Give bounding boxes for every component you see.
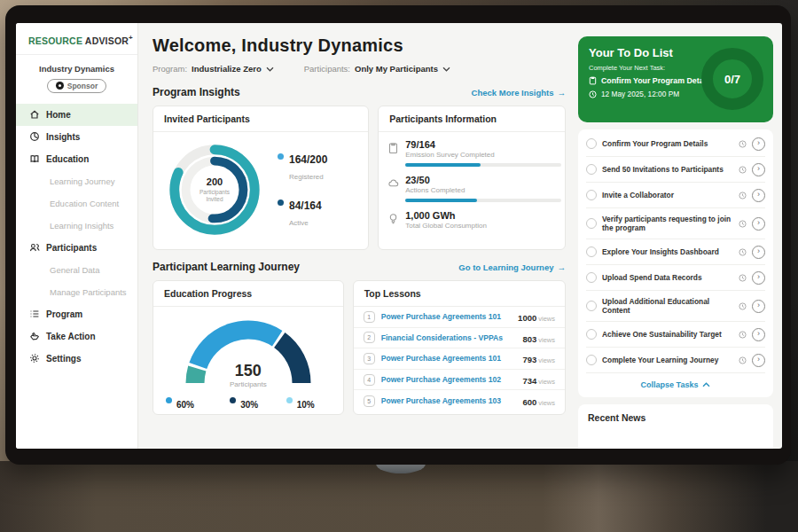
legend-registered: 164/200 Registered <box>278 151 327 183</box>
lesson-link[interactable]: Power Purchase Agreements 101 <box>381 312 512 321</box>
hand-action-icon <box>29 331 40 341</box>
lesson-row-1[interactable]: 1 Power Purchase Agreements 101 1000view… <box>354 307 565 328</box>
task-checkbox[interactable] <box>586 218 597 229</box>
check-more-insights-link[interactable]: Check More Insights → <box>472 88 566 98</box>
lesson-row-3[interactable]: 3 Power Purchase Agreements 101 793views <box>354 348 565 370</box>
sidebar-item-participants[interactable]: Participants <box>16 237 137 259</box>
task-upload-spend-data[interactable]: Upload Spend Data Records › <box>586 265 765 291</box>
task-checkbox[interactable] <box>586 164 597 175</box>
cloud-icon <box>387 177 399 189</box>
task-checkbox[interactable] <box>586 329 597 340</box>
sidebar-item-manage-participants[interactable]: Manage Participants <box>16 281 137 303</box>
actions-completed-stat: 23/50 Actions Completed <box>387 175 554 202</box>
lesson-row-4[interactable]: 4 Power Purchase Agreements 102 734views <box>354 370 565 391</box>
arrow-right-icon: → <box>558 88 567 98</box>
todo-panel: Your To Do List Complete Your Next Task:… <box>576 23 782 449</box>
education-card-title: Education Progress <box>153 281 343 307</box>
main-content: Welcome, Industry Dynamics Program: Indu… <box>138 23 576 449</box>
task-invite-collaborator[interactable]: Invite a Collaborator › <box>586 183 765 208</box>
logo-secondary: ADVISOR <box>85 35 129 46</box>
task-checkbox[interactable] <box>586 190 597 200</box>
sidebar-item-settings[interactable]: Settings <box>16 348 137 370</box>
sidebar-item-program[interactable]: Program <box>16 303 137 325</box>
task-send-invitations[interactable]: Send 50 Invitations to Participants › <box>586 157 765 183</box>
chevron-right-icon[interactable]: › <box>752 137 765 151</box>
legend-not-started: 10% Not Started <box>286 395 331 415</box>
chevron-right-icon[interactable]: › <box>752 189 765 202</box>
chevron-up-icon <box>702 382 710 387</box>
task-checkbox[interactable] <box>586 355 597 365</box>
sidebar-item-learning-journey[interactable]: Learning Journey <box>16 170 137 192</box>
sidebar-item-education[interactable]: Education <box>16 148 137 170</box>
clock-icon <box>739 274 747 282</box>
actions-progress-bar <box>405 199 561 202</box>
dashboard-screen: RESOURCE ADVISOR+ Industry Dynamics Spon… <box>16 23 782 449</box>
clock-icon <box>739 302 747 310</box>
task-checkbox[interactable] <box>586 246 597 257</box>
sidebar-item-take-action[interactable]: Take Action <box>16 325 137 348</box>
not-started-dot <box>286 397 293 403</box>
recent-news-card: Recent News <box>578 404 773 449</box>
chevron-right-icon[interactable]: › <box>752 163 765 176</box>
chevron-right-icon[interactable]: › <box>752 354 765 367</box>
lesson-link[interactable]: Power Purchase Agreements 101 <box>381 354 517 363</box>
clock-icon <box>739 166 747 174</box>
sidebar-item-general-data[interactable]: General Data <box>16 259 137 281</box>
chevron-right-icon[interactable]: › <box>752 271 765 285</box>
clock-icon <box>739 140 747 148</box>
sponsor-badge-wrap: Sponsor <box>16 79 137 93</box>
lesson-link[interactable]: Power Purchase Agreements 102 <box>381 375 517 384</box>
invited-participants-card: Invited Participants 200 <box>153 106 369 250</box>
task-explore-insights[interactable]: Explore Your Insights Dashboard › <box>586 239 765 265</box>
lesson-link[interactable]: Power Purchase Agreements 103 <box>381 396 517 405</box>
task-complete-learning-journey[interactable]: Complete Your Learning Journey › <box>586 348 765 373</box>
sidebar-item-learning-insights[interactable]: Learning Insights <box>16 215 137 237</box>
clock-icon <box>739 356 747 364</box>
program-insights-header: Program Insights Check More Insights → <box>153 86 566 98</box>
task-checkbox[interactable] <box>586 272 597 283</box>
education-gauge-chart: 150 Participants <box>173 310 324 388</box>
chevron-right-icon[interactable]: › <box>752 217 765 231</box>
lesson-row-2[interactable]: 2 Financial Considerations - VPPAs 803vi… <box>354 328 565 349</box>
lessons-card-title: Top Lessons <box>354 281 565 307</box>
learning-journey-header: Participant Learning Journey Go to Learn… <box>153 261 566 273</box>
app-logo: RESOURCE ADVISOR+ <box>16 23 137 55</box>
chevron-right-icon[interactable]: › <box>752 300 765 313</box>
chevron-right-icon[interactable]: › <box>752 328 765 341</box>
education-legend: 60% Completed 30% Pending 10% <box>153 388 343 415</box>
survey-icon <box>387 142 399 154</box>
task-checkbox[interactable] <box>586 138 597 149</box>
task-verify-participants[interactable]: Verify participants requesting to join t… <box>586 208 765 239</box>
sidebar-item-insights[interactable]: Insights <box>16 126 137 148</box>
insights-cards-row: Invited Participants 200 <box>153 106 566 250</box>
lesson-row-5[interactable]: 5 Power Purchase Agreements 103 600views <box>354 390 565 411</box>
page-title: Welcome, Industry Dynamics <box>153 35 566 56</box>
gear-icon <box>29 353 40 364</box>
task-achieve-target[interactable]: Achieve One Sustainability Target › <box>586 322 765 348</box>
lesson-link[interactable]: Financial Considerations - VPPAs <box>381 333 517 342</box>
sponsor-badge-label: Sponsor <box>67 82 98 90</box>
task-upload-educational-content[interactable]: Upload Additional Educational Content › <box>586 291 765 322</box>
logo-primary: RESOURCE <box>28 35 82 46</box>
program-dropdown[interactable]: Program: Industrialize Zero <box>153 64 274 74</box>
clock-icon <box>739 220 747 228</box>
task-checkbox[interactable] <box>586 301 597 311</box>
todo-progress-ring: 0/7 <box>701 48 763 110</box>
sponsor-badge: Sponsor <box>47 79 106 93</box>
sidebar-item-education-content[interactable]: Education Content <box>16 192 137 215</box>
insights-icon <box>29 131 40 142</box>
info-card-title: Participants Information <box>379 106 565 132</box>
gauge-value: 150 <box>173 362 324 380</box>
pending-dot <box>230 397 236 403</box>
task-confirm-program[interactable]: Confirm Your Program Details › <box>586 131 765 157</box>
sidebar-nav: Home Insights Education Learning Journey… <box>16 104 137 370</box>
sponsor-icon <box>56 82 64 90</box>
sidebar: RESOURCE ADVISOR+ Industry Dynamics Spon… <box>16 23 138 449</box>
invited-legend: 164/200 Registered 84/164 Active <box>278 151 327 229</box>
go-to-learning-journey-link[interactable]: Go to Learning Journey → <box>458 262 566 272</box>
collapse-tasks-link[interactable]: Collapse Tasks <box>586 373 765 395</box>
chevron-right-icon[interactable]: › <box>752 246 765 259</box>
registered-dot <box>278 153 284 160</box>
sidebar-item-home[interactable]: Home <box>16 104 137 126</box>
participants-dropdown[interactable]: Participants: Only My Participants <box>304 64 450 74</box>
